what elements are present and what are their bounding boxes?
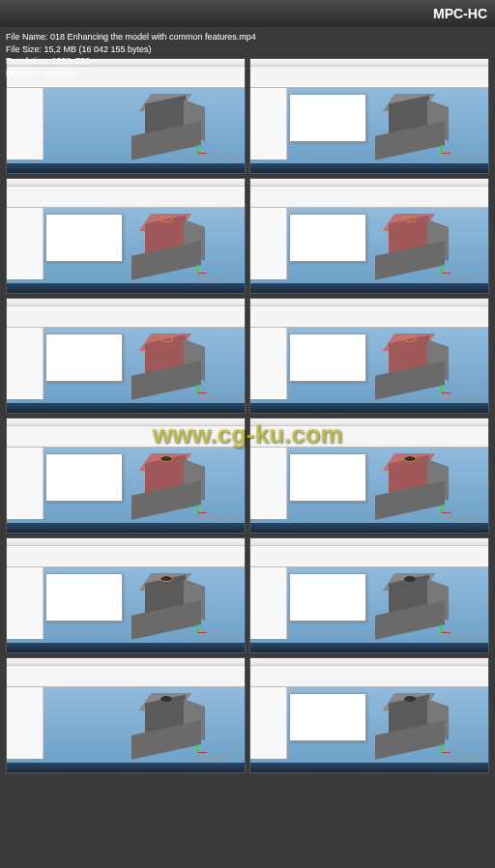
thumbnail[interactable]: lynda 00:04:42: [249, 657, 489, 773]
taskbar: [7, 403, 245, 413]
feature-dialog: [45, 573, 123, 622]
feature-dialog: [289, 693, 366, 741]
thumbnail[interactable]: lynda 00:03:32: [6, 537, 246, 653]
thumbnail-grid: lynda 00:00:24lynda 00:00:47lynda 00:01:…: [0, 27, 495, 779]
thumbnail-watermark: lynda 00:01:11: [196, 275, 241, 281]
app-titlebar: [250, 59, 488, 67]
model-tree-sidebar: [250, 567, 287, 639]
feature-dialog: [289, 573, 366, 622]
ribbon-toolbar: [7, 546, 245, 567]
thumbnail[interactable]: lynda 00:02:21: [249, 298, 489, 414]
axis-gizmo-icon: [197, 140, 211, 154]
taskbar: [250, 523, 488, 533]
axis-gizmo-icon: [197, 620, 211, 633]
ribbon-toolbar: [250, 306, 488, 328]
thumbnail-watermark: lynda 00:03:08: [440, 514, 484, 521]
app-titlebar: [250, 658, 488, 666]
hole-feature: [404, 696, 416, 702]
circle-sketch: [403, 216, 417, 222]
model-tree-sidebar: [250, 328, 287, 399]
circle-sketch: [160, 335, 173, 342]
taskbar: [7, 643, 245, 652]
thumbnail-watermark: lynda 00:04:19: [196, 754, 241, 761]
taskbar: [250, 163, 488, 173]
circle-sketch: [403, 335, 417, 342]
ribbon-toolbar: [7, 187, 245, 208]
axis-gizmo-icon: [441, 500, 454, 513]
thumbnail[interactable]: lynda 00:01:34: [249, 178, 489, 294]
app-titlebar: [250, 299, 488, 306]
ribbon-toolbar: [7, 666, 245, 687]
model-tree-sidebar: [250, 687, 287, 759]
thumbnail[interactable]: lynda 00:03:55: [249, 537, 489, 653]
feature-dialog: [289, 94, 366, 142]
taskbar: [250, 283, 488, 293]
circle-sketch: [403, 455, 417, 462]
app-titlebar: [7, 538, 245, 546]
app-titlebar: [250, 538, 488, 546]
feature-dialog: [289, 453, 366, 502]
feature-dialog: [289, 214, 366, 262]
ribbon-toolbar: [7, 306, 245, 328]
axis-gizmo-icon: [197, 739, 211, 753]
taskbar: [7, 523, 245, 533]
player-title-bar: MPC-HC: [0, 0, 495, 27]
circle-sketch: [160, 216, 173, 222]
circle-sketch: [160, 455, 173, 462]
thumbnail-watermark: lynda 00:01:34: [440, 275, 484, 281]
model-tree-sidebar: [7, 88, 44, 159]
thumbnail-watermark: lynda 00:03:55: [440, 634, 484, 641]
axis-gizmo-icon: [441, 260, 454, 274]
ribbon-toolbar: [250, 666, 488, 687]
taskbar: [250, 763, 488, 772]
app-titlebar: [7, 658, 245, 666]
app-titlebar: [7, 179, 245, 187]
ribbon-toolbar: [250, 546, 488, 567]
app-titlebar: [7, 299, 245, 306]
taskbar: [7, 163, 245, 173]
model-tree-sidebar: [7, 567, 44, 639]
feature-dialog: [45, 214, 123, 262]
thumbnail-watermark: lynda 00:03:32: [196, 634, 241, 641]
thumbnail-watermark: lynda 00:00:24: [196, 155, 241, 161]
thumbnail[interactable]: lynda 00:01:11: [6, 178, 246, 294]
model-tree-sidebar: [7, 448, 44, 519]
ribbon-toolbar: [250, 67, 488, 88]
axis-gizmo-icon: [441, 140, 454, 154]
center-watermark: www.cg-ku.com: [153, 420, 343, 449]
hole-feature: [160, 696, 172, 702]
model-tree-sidebar: [250, 208, 287, 279]
model-tree-sidebar: [250, 88, 287, 159]
ribbon-toolbar: [250, 187, 488, 208]
taskbar: [7, 283, 245, 293]
taskbar: [7, 763, 245, 772]
thumbnail-watermark: lynda 00:00:47: [440, 155, 484, 161]
model-tree-sidebar: [250, 448, 287, 519]
thumbnail-watermark: lynda 00:01:58: [196, 394, 241, 401]
thumbnail[interactable]: lynda 00:01:58: [6, 298, 246, 414]
axis-gizmo-icon: [441, 739, 454, 753]
thumbnail[interactable]: lynda 00:04:19: [6, 657, 246, 773]
thumbnail[interactable]: lynda 00:00:47: [249, 58, 489, 174]
axis-gizmo-icon: [197, 380, 211, 393]
model-tree-sidebar: [7, 208, 44, 279]
axis-gizmo-icon: [441, 620, 454, 633]
taskbar: [250, 403, 488, 413]
circle-sketch: [160, 575, 173, 582]
app-titlebar: [250, 179, 488, 187]
feature-dialog: [45, 333, 123, 382]
thumbnail-watermark: lynda 00:04:42: [440, 754, 484, 761]
file-info-overlay: File Name: 018 Enhancing the model with …: [6, 31, 256, 79]
model-tree-sidebar: [7, 328, 44, 399]
axis-gizmo-icon: [441, 380, 454, 393]
feature-dialog: [45, 453, 123, 502]
taskbar: [250, 643, 488, 652]
axis-gizmo-icon: [197, 500, 211, 513]
model-tree-sidebar: [7, 687, 44, 759]
hole-feature: [404, 576, 416, 582]
thumbnail-watermark: lynda 00:02:45: [196, 514, 241, 521]
feature-dialog: [289, 333, 366, 382]
thumbnail-watermark: lynda 00:02:21: [440, 394, 484, 401]
axis-gizmo-icon: [197, 260, 211, 274]
player-name: MPC-HC: [433, 6, 487, 21]
